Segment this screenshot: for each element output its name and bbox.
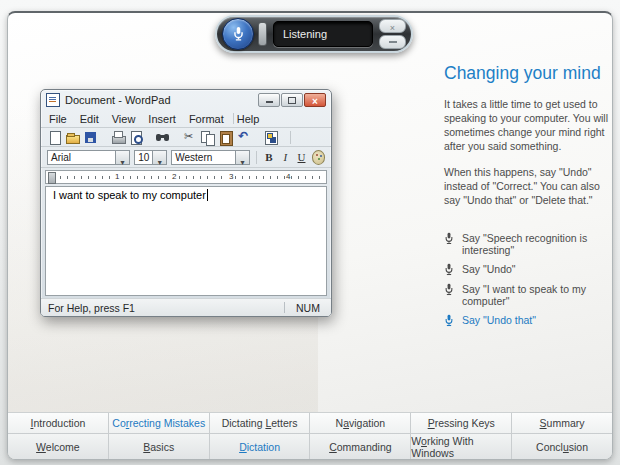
close-icon <box>312 91 318 109</box>
nav-row-sections: WelcomeBasicsDictationCommandingWorking … <box>8 434 612 459</box>
microphone-icon <box>444 232 454 245</box>
microphone-icon <box>444 283 454 296</box>
document-text: I want to speak to my computer <box>53 189 206 201</box>
wordpad-window: Document - WordPad FileEditViewInsertFor… <box>40 89 332 317</box>
ruler-margin-marker[interactable] <box>48 172 56 184</box>
document-area[interactable]: I want to speak to my computer <box>45 186 327 296</box>
open-icon[interactable] <box>65 130 81 145</box>
menu-view[interactable]: View <box>112 113 136 125</box>
menu-insert[interactable]: Insert <box>148 113 176 125</box>
audio-level-meter <box>258 22 267 46</box>
tutorial-screen: Listening Document - WordPad <box>0 0 620 465</box>
undo-icon[interactable] <box>236 130 252 145</box>
maximize-button[interactable] <box>281 93 303 107</box>
say-item: Say "Undo" <box>444 263 613 276</box>
nav-pressing-keys[interactable]: Pressing Keys <box>411 413 512 433</box>
say-item-text: Say "Undo" <box>462 263 516 275</box>
nav-label: Welcome <box>36 441 80 453</box>
minimize-icon <box>389 41 397 43</box>
copy-icon[interactable] <box>200 130 216 145</box>
nav-introduction[interactable]: Introduction <box>8 413 109 433</box>
instruction-paragraph-1: It takes a little time to get used to sp… <box>444 98 613 153</box>
wordpad-toolbar <box>41 128 331 147</box>
nav-label: Dictation <box>239 441 280 453</box>
say-list: Say "Speech recognition is interesting"S… <box>444 232 613 327</box>
print-icon[interactable] <box>110 130 126 145</box>
wordpad-app-icon <box>46 93 60 107</box>
close-button[interactable] <box>304 93 326 107</box>
ruler-number: 1 <box>114 172 120 181</box>
window-title: Document - WordPad <box>65 94 258 106</box>
chevron-down-icon[interactable] <box>152 150 167 165</box>
menu-help[interactable]: Help <box>237 113 260 125</box>
nav-dictation[interactable]: Dictation <box>210 434 311 459</box>
menu-format[interactable]: Format <box>189 113 224 125</box>
find-icon[interactable] <box>155 130 171 145</box>
bold-button[interactable]: B <box>263 151 275 163</box>
nav-navigation[interactable]: Navigation <box>310 413 411 433</box>
maximize-icon <box>288 97 296 104</box>
page-title: Changing your mind <box>444 63 613 84</box>
wordpad-ruler[interactable]: 1234 <box>45 170 327 184</box>
wordpad-formatbar: Arial 10 Western B I U <box>41 147 331 168</box>
paste-icon[interactable] <box>218 130 234 145</box>
nav-label: Basics <box>143 441 174 453</box>
text-caret <box>207 189 208 201</box>
tutorial-panel: Listening Document - WordPad <box>7 11 613 460</box>
nav-welcome[interactable]: Welcome <box>8 434 109 459</box>
speech-bar-buttons <box>379 19 406 49</box>
say-item-text: Say "I want to speak to my computer" <box>462 283 613 307</box>
menu-edit[interactable]: Edit <box>80 113 99 125</box>
ruler-number: 4 <box>285 172 291 181</box>
ruler-number: 3 <box>228 172 234 181</box>
say-item: Say "Speech recognition is interesting" <box>444 232 613 256</box>
wordpad-statusbar: For Help, press F1 NUM <box>41 298 331 316</box>
wordpad-titlebar[interactable]: Document - WordPad <box>41 90 331 110</box>
nav-conclusion[interactable]: Conclusion <box>512 434 612 459</box>
font-script-combo[interactable]: Western <box>171 150 250 165</box>
underline-button[interactable]: U <box>295 151 307 163</box>
nav-summary[interactable]: Summary <box>512 413 612 433</box>
font-script-value: Western <box>171 150 235 165</box>
nav-label: Summary <box>540 417 585 429</box>
font-size-combo[interactable]: 10 <box>134 150 167 165</box>
microphone-icon <box>444 314 454 327</box>
minimize-button[interactable] <box>258 93 280 107</box>
date-time-icon[interactable] <box>263 130 279 145</box>
say-item-text: Say "Speech recognition is interesting" <box>462 232 613 256</box>
nav-label: Dictating Letters <box>222 417 298 429</box>
chevron-down-icon[interactable] <box>235 150 250 165</box>
print-preview-icon[interactable] <box>128 130 144 145</box>
nav-row-chapters: IntroductionCorrecting MistakesDictating… <box>8 412 612 434</box>
font-family-combo[interactable]: Arial <box>47 150 130 165</box>
status-help-text: For Help, press F1 <box>41 302 284 314</box>
speech-close-button[interactable] <box>379 19 406 33</box>
nav-label: Conclusion <box>536 441 588 453</box>
nav-working-with-windows[interactable]: Working With Windows <box>411 434 512 459</box>
chevron-down-icon[interactable] <box>115 150 130 165</box>
nav-commanding[interactable]: Commanding <box>310 434 411 459</box>
nav-label: Working With Windows <box>411 435 511 459</box>
num-lock-indicator: NUM <box>285 302 331 314</box>
instruction-paragraph-2: When this happens, say "Undo" instead of… <box>444 166 613 208</box>
microphone-button[interactable] <box>222 18 254 50</box>
menu-file[interactable]: File <box>49 113 67 125</box>
instruction-panel: Changing your mind It takes a little tim… <box>444 63 613 327</box>
font-color-icon[interactable] <box>312 150 325 165</box>
microphone-icon <box>444 263 454 276</box>
font-family-value: Arial <box>47 150 115 165</box>
italic-button[interactable]: I <box>279 151 291 163</box>
nav-dictating-letters[interactable]: Dictating Letters <box>210 413 311 433</box>
cut-icon[interactable] <box>182 130 198 145</box>
nav-label: Navigation <box>336 417 386 429</box>
font-size-value: 10 <box>134 150 152 165</box>
close-icon <box>390 17 395 35</box>
save-icon[interactable] <box>83 130 99 145</box>
window-controls <box>258 93 326 107</box>
speech-minimize-button[interactable] <box>379 35 406 49</box>
nav-correcting-mistakes[interactable]: Correcting Mistakes <box>109 413 210 433</box>
new-document-icon[interactable] <box>47 130 63 145</box>
nav-basics[interactable]: Basics <box>109 434 210 459</box>
say-item-text: Say "Undo that" <box>462 314 536 326</box>
wordpad-menubar: FileEditViewInsertFormatHelp <box>41 110 331 128</box>
